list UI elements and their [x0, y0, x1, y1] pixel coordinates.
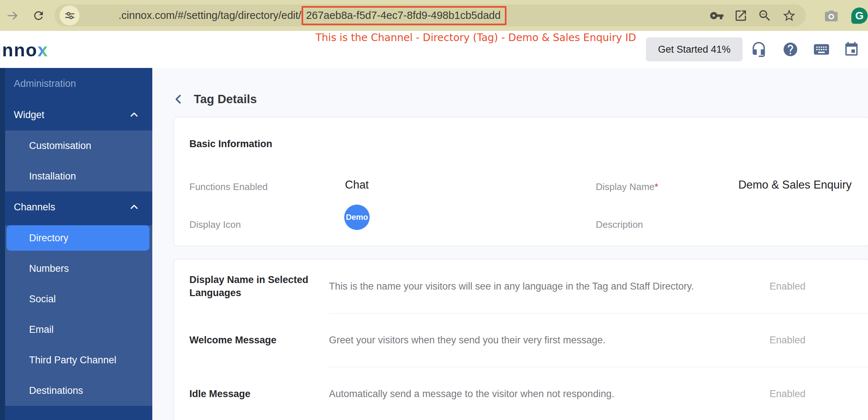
password-key-icon[interactable]	[710, 8, 724, 23]
sidebar-item-customisation[interactable]: Customisation	[5, 130, 152, 161]
sidebar-item-channels[interactable]: Channels	[5, 191, 152, 223]
setting-description: Greet your visitors when they send you t…	[329, 335, 769, 346]
setting-row-idle-message: Idle Message Automatically send a messag…	[174, 367, 868, 420]
reload-icon[interactable]	[32, 9, 45, 22]
site-controls-icon[interactable]	[60, 5, 80, 25]
headset-support-icon[interactable]	[751, 41, 767, 58]
forward-arrow-icon[interactable]	[6, 9, 20, 23]
setting-label: Welcome Message	[189, 334, 311, 347]
setting-label: Idle Message	[189, 387, 311, 400]
sidebar-section-administration: Administration	[5, 68, 152, 99]
functions-enabled-value: Chat	[345, 178, 369, 191]
setting-row-display-name-languages: Display Name in Selected Languages This …	[174, 259, 868, 313]
functions-enabled-label: Functions Enabled	[189, 181, 268, 193]
omnibox[interactable]: .cinnox.com/#/setting/tag/directory/edit…	[55, 4, 806, 27]
tag-display-icon: Demo	[344, 205, 370, 230]
setting-description: This is the name your visitors will see …	[329, 281, 769, 292]
back-button[interactable]	[170, 91, 186, 107]
bookmark-star-icon[interactable]	[782, 8, 796, 23]
url-prefix: .cinnox.com/#/setting/tag/directory/edit…	[118, 9, 301, 21]
main-content: Tag Details Basic Information Functions …	[152, 68, 868, 420]
chevron-up-icon	[128, 201, 140, 213]
required-asterisk: *	[655, 181, 658, 192]
sidebar-item-email[interactable]: Email	[5, 314, 152, 345]
annotation-note: This is the Channel - Directory (Tag) - …	[316, 32, 636, 44]
sidebar-item-directory[interactable]: Directory	[7, 225, 149, 251]
grammarly-letter: G	[855, 9, 864, 22]
get-started-button[interactable]: Get Started 41%	[646, 37, 743, 61]
help-icon[interactable]	[782, 41, 799, 58]
display-icon-label: Display Icon	[189, 219, 241, 230]
sidebar-nav: Administration Widget Customisation Inst…	[0, 68, 152, 420]
widget-submenu: Customisation Installation	[5, 130, 152, 191]
cinnox-logo[interactable]: cinnox	[0, 40, 48, 61]
sidebar-item-label: Widget	[14, 109, 44, 121]
tag-uuid-highlight: 267aeb8a-f5d7-4ec7-8fd9-498b1cb5dadd	[302, 6, 506, 25]
sidebar-item-label: Channels	[14, 202, 55, 213]
sidebar-item-installation[interactable]: Installation	[5, 161, 152, 191]
status-badge: Enabled	[769, 388, 868, 400]
tag-settings-card: Display Name in Selected Languages This …	[173, 259, 868, 420]
status-badge: Enabled	[769, 335, 868, 346]
grammarly-icon[interactable]: G	[851, 7, 868, 24]
description-label: Description	[596, 219, 643, 230]
sidebar-item-social[interactable]: Social	[5, 284, 152, 314]
sidebar-item-third-party-channel[interactable]: Third Party Channel	[5, 345, 152, 375]
open-in-new-icon[interactable]	[734, 9, 748, 23]
logo-x: x	[37, 40, 48, 60]
setting-description: Automatically send a message to the visi…	[329, 388, 769, 400]
status-badge: Enabled	[769, 281, 868, 292]
omnibox-actions	[710, 8, 796, 23]
channels-submenu: Directory Numbers Social Email Third Par…	[5, 225, 152, 406]
basic-information-card: Basic Information Functions Enabled Chat…	[173, 117, 868, 246]
display-name-value: Demo & Sales Enquiry	[738, 178, 852, 191]
chevron-up-icon	[128, 109, 140, 121]
keyboard-shortcuts-icon[interactable]	[812, 40, 831, 58]
card-title: Basic Information	[189, 138, 272, 150]
sidebar-item-widget[interactable]: Widget	[5, 99, 152, 130]
setting-label: Display Name in Selected Languages	[189, 273, 311, 300]
logo-text: cinno	[0, 40, 37, 60]
display-name-label: Display Name*	[596, 181, 658, 193]
zoom-out-icon[interactable]	[758, 8, 772, 23]
browser-toolbar: .cinnox.com/#/setting/tag/directory/edit…	[0, 0, 868, 31]
setting-row-welcome-message: Welcome Message Greet your visitors when…	[174, 313, 868, 367]
page-title: Tag Details	[194, 92, 257, 106]
sidebar-scroll-track[interactable]	[0, 68, 5, 420]
sidebar-item-destinations[interactable]: Destinations	[5, 375, 152, 406]
url-text: .cinnox.com/#/setting/tag/directory/edit…	[118, 6, 506, 25]
calendar-icon[interactable]	[843, 41, 860, 58]
sidebar-item-numbers[interactable]: Numbers	[5, 253, 152, 284]
camera-extension-icon[interactable]	[824, 8, 839, 23]
